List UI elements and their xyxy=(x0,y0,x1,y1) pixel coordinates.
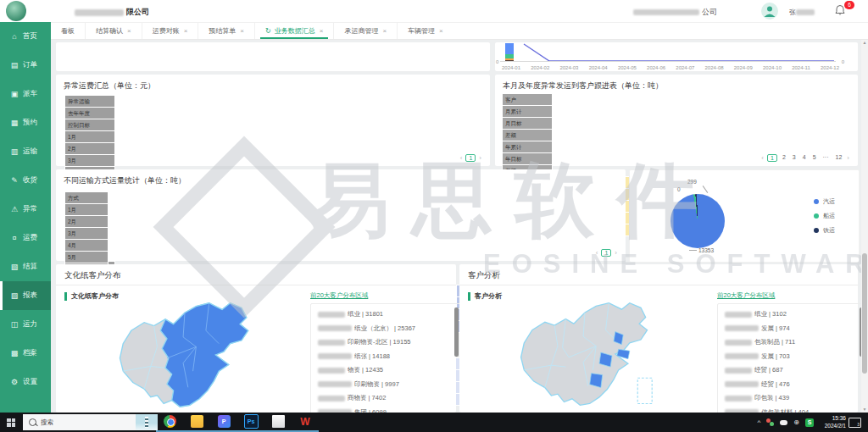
sidebar-item[interactable]: ▥ 运输 xyxy=(0,137,51,166)
prev-page-arrow[interactable]: ‹ xyxy=(460,154,463,162)
sidebar-item[interactable]: ⚙ 设置 xyxy=(0,368,51,396)
page-number[interactable]: 3 xyxy=(791,154,798,162)
page-number[interactable]: 1 xyxy=(465,154,476,162)
customer-list-item[interactable]: 经贸 | 476 xyxy=(725,378,857,392)
tab-close-icon[interactable]: × xyxy=(240,27,244,35)
tab[interactable]: ↻ 业务数据汇总 × xyxy=(254,22,333,39)
taskbar-app-slot[interactable] xyxy=(183,413,210,432)
x-tick-label: 2024-06 xyxy=(647,65,665,70)
page-number[interactable]: 1 xyxy=(767,154,777,162)
sidebar-item[interactable]: ▧ 结算 xyxy=(0,252,51,281)
scroll-down-arrow[interactable]: ▼ xyxy=(861,407,868,412)
target-icon[interactable]: ⊕ xyxy=(793,418,799,426)
tab[interactable]: ↻ 运费对账 × xyxy=(142,22,198,39)
action-center-icon[interactable]: 3 xyxy=(849,418,861,428)
explorer-icon[interactable] xyxy=(191,415,203,428)
photoshop-icon[interactable]: Ps xyxy=(244,414,259,429)
color-dots-icon[interactable] xyxy=(766,418,774,426)
sidebar-item[interactable]: ◫ 运力 xyxy=(0,310,51,339)
sidebar-item[interactable]: ¤ 运费 xyxy=(0,224,51,252)
sidebar-item[interactable]: ▦ 预约 xyxy=(0,108,51,137)
taskbar-app-slot[interactable]: W xyxy=(292,413,319,432)
tab-close-icon[interactable]: × xyxy=(320,27,324,35)
page-number[interactable]: 5 xyxy=(811,154,818,162)
customer-list-item[interactable]: 发展 | 974 xyxy=(725,322,857,336)
page-number[interactable]: ··· xyxy=(821,154,831,162)
mini-trend-chart[interactable]: 0 0 2024-012024-022024-032024-042024-052… xyxy=(495,42,858,71)
refresh-icon[interactable]: ↻ xyxy=(265,27,271,35)
customer-list-item[interactable]: 印刷物资 | 9997 xyxy=(318,378,452,392)
taskbar-app-slot[interactable]: Ps xyxy=(237,413,264,432)
wps-icon[interactable]: W xyxy=(299,415,312,428)
customer-list-item[interactable]: 印包装 | 439 xyxy=(725,391,857,406)
top20-regions-link[interactable]: 前20大客户分布区域 xyxy=(310,291,368,300)
page-number[interactable]: 12 xyxy=(834,154,844,162)
sidebar-item[interactable]: ✎ 收货 xyxy=(0,166,51,195)
top20-regions-link[interactable]: 前20大客户分布区域 xyxy=(717,291,775,300)
user-avatar[interactable] xyxy=(761,3,778,19)
chrome-icon[interactable] xyxy=(164,415,176,428)
tab[interactable]: ↻ 结算确认 × xyxy=(85,22,142,39)
tray-expand-caret[interactable]: ^ xyxy=(758,418,761,426)
china-map-left[interactable] xyxy=(78,298,292,413)
china-map-right[interactable] xyxy=(481,298,688,412)
legend-item[interactable]: 汽运 xyxy=(814,197,835,206)
next-page-arrow[interactable]: › xyxy=(847,154,849,162)
tab-close-icon[interactable]: × xyxy=(184,27,188,35)
notes-icon[interactable] xyxy=(272,415,285,428)
sidebar-item[interactable]: ▩ 档案 xyxy=(0,339,51,368)
taskbar-clock[interactable]: 15:36 2024/2/1 xyxy=(825,415,846,429)
leader-line xyxy=(703,186,709,193)
customer-list-item[interactable]: 纸业 | 31801 xyxy=(318,307,452,322)
prev-page-arrow[interactable]: ‹ xyxy=(761,154,764,162)
tab[interactable]: ↻ 预结算单 × xyxy=(198,22,254,39)
cloud-icon[interactable] xyxy=(780,420,787,425)
sidebar-item[interactable]: ⚠ 异常 xyxy=(0,195,51,224)
tab-close-icon[interactable]: × xyxy=(127,27,131,35)
customer-list-item[interactable]: 经贸 | 687 xyxy=(725,363,857,378)
taskbar-app-slot[interactable] xyxy=(264,413,292,432)
customer-list-item[interactable]: 商物资 | 7402 xyxy=(318,391,452,406)
sidebar-item[interactable]: ▤ 订单 xyxy=(0,51,51,80)
sidebar-item[interactable]: ▣ 派车 xyxy=(0,80,51,108)
taskbar-app-slot[interactable]: P xyxy=(210,413,237,432)
page-number[interactable]: 4 xyxy=(801,154,808,162)
taskbar-app-slot[interactable] xyxy=(156,413,183,432)
tab[interactable]: ↻ 看板 × xyxy=(51,22,85,39)
legend-item[interactable]: 铁运 xyxy=(814,226,835,235)
receiving-icon: ✎ xyxy=(9,176,19,185)
customer-list-item[interactable]: 纸张 | 14188 xyxy=(318,350,452,364)
customer-list-item[interactable]: 物资 | 12435 xyxy=(318,363,452,378)
next-page-arrow[interactable]: › xyxy=(479,154,481,162)
main-scrollbar[interactable]: ▲ ▼ xyxy=(861,39,868,413)
pie-chart[interactable] xyxy=(670,194,725,248)
scroll-up-arrow[interactable]: ▲ xyxy=(861,40,868,45)
sidebar-item[interactable]: ⌂ 首页 xyxy=(0,22,51,51)
s-green-icon[interactable]: S xyxy=(805,418,814,427)
start-button[interactable] xyxy=(0,413,22,432)
next-page-arrow[interactable]: › xyxy=(615,249,617,257)
tab-close-icon[interactable]: × xyxy=(439,27,443,35)
customer-list-item[interactable]: 包装制品 | 711 xyxy=(725,335,857,350)
list-scrollbar-thumb[interactable] xyxy=(454,307,459,357)
customer-list-text: 印刷物资-北区 | 19155 xyxy=(348,338,410,346)
tab[interactable]: ↻ 承运商管理 × xyxy=(333,22,397,39)
scrollbar-thumb[interactable] xyxy=(862,253,867,374)
tab-close-icon[interactable]: × xyxy=(382,27,387,35)
pdf-editor-icon[interactable]: P xyxy=(218,415,231,428)
customer-list-item[interactable]: 纸业（北京） | 25367 xyxy=(318,322,452,336)
tab[interactable]: ↻ 车辆管理 × xyxy=(397,22,453,39)
page-number[interactable]: 2 xyxy=(781,154,787,162)
customer-list-item[interactable]: 纸业 | 3102 xyxy=(725,307,857,322)
customer-list-item[interactable]: 印刷物资-北区 | 19155 xyxy=(318,335,452,350)
page-number[interactable]: 1 xyxy=(601,249,611,257)
freight-icon: ¤ xyxy=(9,234,19,242)
customer-list-item[interactable]: 发展 | 703 xyxy=(725,350,857,364)
legend-item[interactable]: 船运 xyxy=(814,212,835,220)
user-name[interactable]: 张 xyxy=(789,8,817,17)
sidebar-item-label: 运力 xyxy=(23,319,37,330)
taskbar-search-input[interactable]: 搜索 xyxy=(23,414,158,430)
prev-page-arrow[interactable]: ‹ xyxy=(596,249,598,257)
bing-daily-image[interactable] xyxy=(136,414,158,430)
sidebar-item[interactable]: ▨ 报表 xyxy=(0,281,51,310)
